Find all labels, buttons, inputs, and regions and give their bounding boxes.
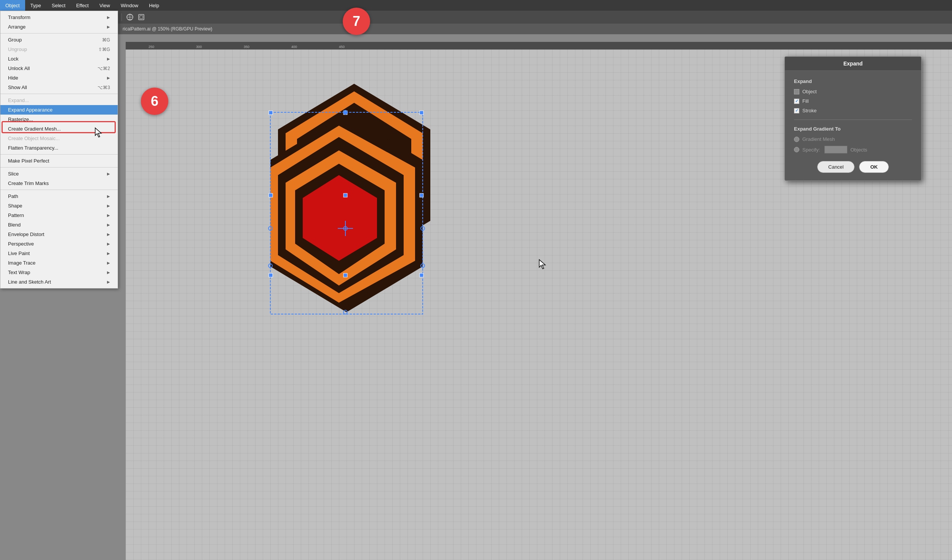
object-dropdown-menu: Transform Arrange Group ⌘G Ungroup ⇧⌘G L… — [0, 11, 118, 289]
dialog-divider — [794, 120, 912, 120]
menu-item-slice[interactable]: Slice — [0, 169, 118, 179]
ruler-tick-300: 300 — [196, 45, 202, 49]
fill-checkbox[interactable] — [794, 99, 799, 104]
svg-rect-24 — [420, 273, 423, 277]
object-checkbox-row: Object — [794, 89, 912, 94]
toolbar-selection-icon[interactable] — [138, 14, 145, 21]
specify-row: Specify: Objects — [794, 146, 912, 153]
specify-input[interactable] — [824, 146, 847, 153]
dialog-body: Expand Object Fill Stroke Expand Gradien… — [785, 71, 921, 180]
object-checkbox[interactable] — [794, 89, 799, 94]
menu-help[interactable]: Help — [144, 0, 165, 11]
menu-bar: Object Type Select Effect View Window He… — [0, 0, 952, 11]
menu-item-lock[interactable]: Lock — [0, 54, 118, 64]
menu-item-shape[interactable]: Shape — [0, 201, 118, 211]
menu-window[interactable]: Window — [115, 0, 144, 11]
menu-item-object-mosaic: Create Object Mosaic... — [0, 134, 118, 143]
menu-object[interactable]: Object — [0, 0, 25, 11]
ruler-tick-250: 250 — [149, 45, 154, 49]
menu-item-expand-appearance[interactable]: Expand Appearance — [0, 105, 118, 115]
stroke-checkbox-row: Stroke — [794, 108, 912, 113]
specify-radio[interactable] — [794, 147, 799, 152]
menu-item-path[interactable]: Path — [0, 191, 118, 201]
menu-view[interactable]: View — [94, 0, 115, 11]
svg-rect-3 — [139, 14, 144, 20]
ok-button[interactable]: OK — [859, 161, 889, 173]
ruler-horizontal: 250 300 350 400 450 — [126, 42, 952, 49]
dialog-buttons: Cancel OK — [794, 161, 912, 173]
menu-item-blend[interactable]: Blend — [0, 220, 118, 230]
menu-item-text-wrap[interactable]: Text Wrap — [0, 268, 118, 277]
badge-7: 7 — [343, 8, 370, 35]
ruler-tick-400: 400 — [291, 45, 297, 49]
svg-rect-20 — [343, 193, 347, 197]
fill-checkbox-row: Fill — [794, 98, 912, 104]
artwork-svg — [145, 53, 487, 396]
menu-sep-1 — [0, 33, 118, 34]
menu-item-pixel-perfect[interactable]: Make Pixel Perfect — [0, 156, 118, 166]
stroke-checkbox[interactable] — [794, 108, 799, 113]
svg-rect-22 — [269, 273, 273, 277]
menu-sep-5 — [0, 190, 118, 190]
gradient-mesh-radio[interactable] — [794, 137, 799, 142]
menu-item-show-all[interactable]: Show All ⌥⌘3 — [0, 83, 118, 92]
svg-rect-18 — [420, 111, 423, 115]
menu-item-rasterize[interactable]: Rasterize... — [0, 115, 118, 124]
menu-item-arrange[interactable]: Arrange — [0, 22, 118, 32]
svg-rect-16 — [269, 111, 273, 115]
menu-item-envelope[interactable]: Envelope Distort — [0, 230, 118, 239]
menu-type[interactable]: Type — [25, 0, 46, 11]
menu-sep-4 — [0, 167, 118, 168]
menu-select[interactable]: Select — [46, 0, 71, 11]
menu-item-live-paint[interactable]: Live Paint — [0, 249, 118, 258]
gradient-mesh-row: Gradient Mesh — [794, 136, 912, 142]
menu-item-flatten[interactable]: Flatten Transparency... — [0, 143, 118, 153]
menu-effect[interactable]: Effect — [71, 0, 94, 11]
ruler-tick-350: 350 — [244, 45, 249, 49]
badge-6: 6 — [141, 88, 168, 115]
document-title: ricalPattern.ai @ 150% (RGB/GPU Preview) — [118, 24, 952, 34]
menu-item-trim-marks[interactable]: Create Trim Marks — [0, 179, 118, 188]
svg-rect-19 — [269, 193, 273, 197]
menu-item-gradient-mesh[interactable]: Create Gradient Mesh... — [0, 124, 118, 134]
toolbar-grid-icon[interactable] — [126, 14, 133, 21]
menu-item-transform[interactable]: Transform — [0, 13, 118, 22]
menu-item-line-art[interactable]: Line and Sketch Art — [0, 277, 118, 287]
menu-item-expand: Expand... — [0, 96, 118, 105]
gradient-section-label: Expand Gradient To — [794, 126, 912, 132]
expand-section-label: Expand — [794, 78, 912, 84]
ruler-tick-450: 450 — [339, 45, 345, 49]
menu-item-ungroup: Ungroup ⇧⌘G — [0, 45, 118, 54]
svg-rect-23 — [343, 273, 347, 277]
cancel-button[interactable]: Cancel — [817, 161, 855, 173]
toolbar: Basic ▼ Opacity: 100% ▶ Style: ▼ — [0, 11, 952, 24]
menu-item-hide[interactable]: Hide — [0, 73, 118, 83]
dialog-title: Expand — [785, 57, 921, 71]
menu-sep-3 — [0, 154, 118, 155]
svg-rect-4 — [140, 16, 143, 19]
toolbar-sep-3 — [121, 13, 122, 21]
menu-item-perspective[interactable]: Perspective — [0, 239, 118, 249]
expand-dialog: Expand Expand Object Fill Stroke Expand … — [784, 56, 922, 181]
menu-item-image-trace[interactable]: Image Trace — [0, 258, 118, 268]
menu-item-unlock-all[interactable]: Unlock All ⌥⌘2 — [0, 64, 118, 73]
menu-sep-2 — [0, 94, 118, 94]
svg-rect-21 — [420, 193, 423, 197]
menu-item-group[interactable]: Group ⌘G — [0, 35, 118, 45]
menu-item-pattern[interactable]: Pattern — [0, 211, 118, 220]
